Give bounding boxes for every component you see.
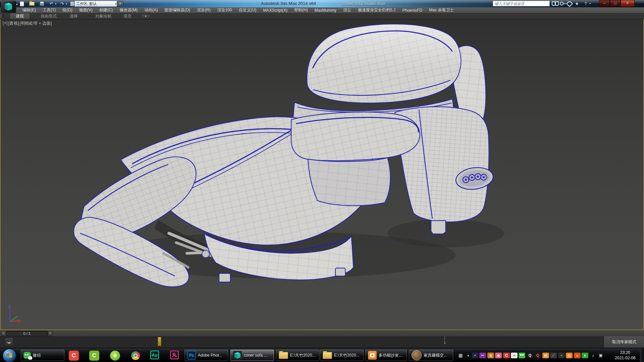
- taskbar-explorer-window-2[interactable]: E:\天竹2020...: [320, 350, 364, 361]
- usb-safe-tray-icon[interactable]: ✓: [550, 353, 557, 358]
- menu-archive-tool[interactable]: 极速瘦身安全归档5.2: [355, 7, 399, 13]
- taskbar-3dsmax-window[interactable]: coner sofa ...: [230, 350, 274, 361]
- menu-tools[interactable]: 工具(T): [39, 7, 59, 13]
- logo-dropdown-caret[interactable]: ▾: [16, 3, 18, 6]
- ribbon-tab-populate[interactable]: 填充: [119, 13, 136, 19]
- ribbon-tab-freeform[interactable]: 自由形式: [34, 13, 64, 19]
- flame-tray-icon[interactable]: ▲: [574, 353, 581, 358]
- screenshot-tray-icon[interactable]: ◎: [566, 353, 573, 358]
- network-tray-icon[interactable]: ▣: [597, 353, 604, 358]
- undo-button[interactable]: ↶: [48, 1, 54, 6]
- menu-animation[interactable]: 动画(A): [141, 7, 161, 13]
- menu-customize[interactable]: 自定义(U): [235, 7, 260, 13]
- redo-button[interactable]: ↷: [59, 1, 65, 6]
- menu-group[interactable]: 组(G): [59, 7, 75, 13]
- sign-in-key-icon[interactable]: [558, 1, 565, 6]
- new-file-button[interactable]: [19, 1, 25, 6]
- clock-time: 23:20: [611, 350, 639, 355]
- previous-frame-button[interactable]: <: [1, 331, 6, 336]
- media-tray-icon[interactable]: ◆: [495, 353, 502, 358]
- maximize-button[interactable]: □: [610, 0, 621, 7]
- perspective-viewport[interactable]: [+] [透视] [明暗处理 + 边面]: [0, 19, 644, 330]
- image-viewer-icon: [368, 351, 377, 360]
- search-input[interactable]: [493, 1, 550, 6]
- time-slider-handle[interactable]: [158, 337, 161, 346]
- toolbar-options-button[interactable]: ▾: [117, 1, 123, 7]
- ribbon-tab-modeling[interactable]: 建模: [10, 13, 30, 19]
- scissors-tray-icon[interactable]: ✂: [479, 353, 486, 358]
- ribbon-minimize-button[interactable]: ▾: [141, 14, 150, 19]
- browser-e-tray-icon[interactable]: e: [582, 353, 588, 358]
- taskbar-image-viewer-window[interactable]: 多功能沙发1...: [365, 350, 407, 361]
- workspace-selector[interactable]: 工作区: 默认 ▾: [74, 1, 118, 7]
- favorites-star-icon[interactable]: ★: [574, 1, 580, 6]
- menu-maxmummy[interactable]: MaxMummy: [311, 8, 340, 13]
- wechat-tray-icon[interactable]: [519, 353, 525, 358]
- ribbon-tab-object-paint[interactable]: 对象绘制: [88, 13, 119, 19]
- pinned-360-browser[interactable]: e: [110, 351, 120, 361]
- pinned-chrome[interactable]: [130, 351, 141, 361]
- taskbar-wechat-window[interactable]: 微信: [21, 350, 64, 361]
- viewport-menu-plus[interactable]: [+]: [3, 21, 7, 26]
- tool-tray-icon[interactable]: +: [472, 353, 478, 358]
- viewport-menu-shading[interactable]: [明暗处理 + 边面]: [19, 21, 52, 26]
- ribbon-grip[interactable]: [1, 14, 4, 18]
- taskbar-photoshop-window[interactable]: Ps Adobe Phot...: [184, 350, 228, 361]
- taskbar-explorer-window-1[interactable]: E:\天竹2020...: [276, 350, 319, 361]
- redo-caret-icon: ▾: [66, 2, 67, 5]
- communication-center-icon[interactable]: [566, 1, 573, 6]
- taskbar-clock[interactable]: 23:20 2021-02-06: [611, 350, 639, 361]
- taskbar-furniture-chat-window[interactable]: 家具建模交...: [409, 350, 453, 361]
- pinned-camtasia-green[interactable]: C: [89, 351, 99, 361]
- undo-dropdown[interactable]: ▾: [54, 1, 57, 6]
- viewport-menu-view[interactable]: [透视]: [8, 21, 19, 26]
- ribbon-tab-selection[interactable]: 选择: [66, 13, 82, 19]
- redo-dropdown[interactable]: ▾: [65, 1, 68, 6]
- 3dsmax-logo-button[interactable]: [1, 1, 16, 13]
- frame-counter[interactable]: 0 / 1: [6, 331, 48, 336]
- show-hidden-icons-caret[interactable]: ▲: [465, 353, 472, 358]
- pinned-wan-app[interactable]: 丸: [170, 351, 179, 359]
- save-button[interactable]: [39, 1, 45, 6]
- qq-blocked-tray-icon[interactable]: Q: [534, 353, 541, 358]
- camtasia-tray-icon[interactable]: C: [503, 353, 510, 358]
- open-file-button[interactable]: [29, 1, 35, 6]
- menu-rendering[interactable]: 渲染(R): [194, 7, 214, 13]
- minimize-button[interactable]: –: [599, 0, 610, 7]
- avatar-icon: [412, 350, 422, 360]
- menu-modifiers[interactable]: 修改器(M): [116, 7, 141, 13]
- qq-tray-icon[interactable]: Q: [527, 353, 533, 358]
- usb-drive-tray-icon[interactable]: ▮: [487, 353, 494, 358]
- cancel-expert-mode-button[interactable]: 取消专家模式: [604, 336, 644, 348]
- show-desktop-button[interactable]: [640, 349, 644, 362]
- track-bar[interactable]: [0, 336, 644, 348]
- keyboard-tray-icon[interactable]: ▦: [457, 353, 464, 358]
- menu-maxscript[interactable]: MAXScript(X): [260, 8, 291, 13]
- explorer-window-label-2: E:\天竹2020...: [334, 353, 359, 358]
- menu-phoenixfd[interactable]: PhoenixFD: [399, 8, 426, 13]
- menu-antivirus[interactable]: Max 杀毒卫士: [426, 7, 457, 13]
- menu-rendercloud[interactable]: 渲云: [340, 7, 355, 13]
- help-dropdown-caret[interactable]: ▾: [588, 1, 592, 6]
- help-icon[interactable]: ?: [582, 1, 589, 6]
- next-frame-button[interactable]: >: [48, 331, 53, 336]
- close-button[interactable]: ×: [621, 0, 635, 7]
- wifi-plus-tray-icon[interactable]: +: [558, 353, 565, 358]
- pinned-audition[interactable]: Au: [150, 351, 159, 359]
- menu-create[interactable]: 创建(C): [96, 7, 116, 13]
- menu-views[interactable]: 视图(V): [76, 7, 96, 13]
- menu-help[interactable]: 帮助(H): [291, 7, 311, 13]
- 3dsmax-logo-icon: [3, 2, 13, 11]
- menu-edit[interactable]: 编辑(E): [19, 7, 39, 13]
- new-file-icon: [20, 1, 24, 6]
- dove-tray-icon[interactable]: ●: [511, 353, 518, 358]
- window-app-tray-icon[interactable]: ▤: [542, 353, 549, 358]
- volume-tray-icon[interactable]: ♪: [590, 353, 596, 358]
- start-button[interactable]: [3, 349, 16, 362]
- document-title: coner sofa model.max: [342, 1, 429, 6]
- mini-curve-editor-button[interactable]: [5, 338, 13, 346]
- menu-graph-editors[interactable]: 图形编辑器(D): [161, 7, 194, 13]
- menu-render100[interactable]: 渲染100: [214, 7, 235, 13]
- pinned-camtasia-red[interactable]: C: [69, 351, 79, 361]
- search-icon[interactable]: [550, 1, 557, 6]
